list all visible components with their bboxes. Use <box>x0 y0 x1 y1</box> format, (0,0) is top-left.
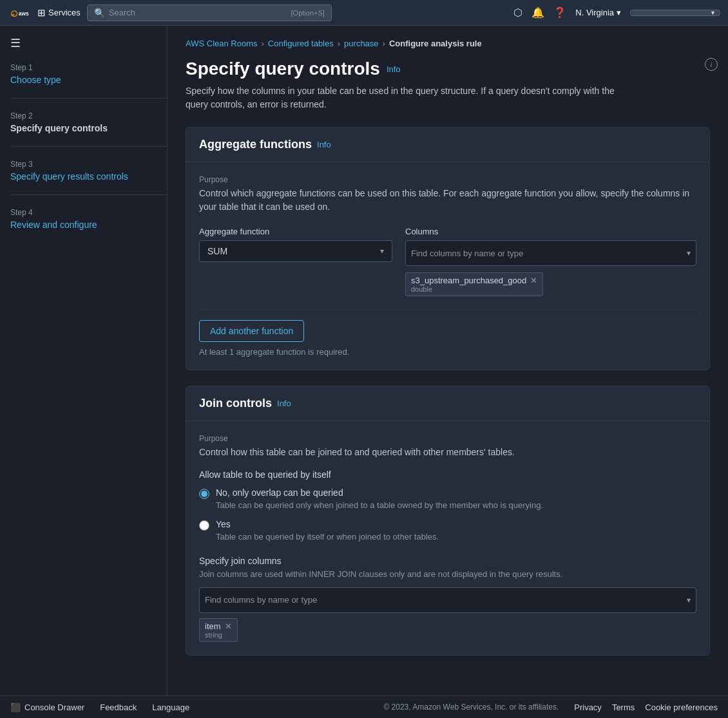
search-icon: 🔍 <box>94 8 105 18</box>
step-1-item: Step 1 Choose type <box>10 63 167 99</box>
join-chip-item-remove[interactable]: ✕ <box>225 621 232 631</box>
aggregate-functions-header: Aggregate functions Info <box>186 128 709 162</box>
search-bar[interactable]: 🔍 [Option+S] <box>87 5 332 21</box>
columns-input[interactable]: Find columns by name or type ▾ <box>405 240 696 266</box>
join-controls-title: Join controls <box>199 397 272 410</box>
footer-right-links: Privacy Terms Cookie preferences <box>574 703 718 712</box>
radio-no-label: No, only overlap can be queried <box>216 487 543 498</box>
breadcrumb-purchase[interactable]: purchase <box>344 39 378 48</box>
step-2-title: Specify query controls <box>10 123 108 133</box>
sidebar-toggle-icon[interactable]: ☰ <box>10 36 167 50</box>
allow-self-query-label: Allow table to be queried by itself <box>199 469 696 480</box>
search-input[interactable] <box>109 8 287 17</box>
radio-group: No, only overlap can be queried Table ca… <box>199 487 696 543</box>
step-4-label: Step 4 <box>10 208 167 217</box>
radio-yes-input[interactable] <box>199 520 209 531</box>
radio-yes-label: Yes <box>216 519 439 529</box>
cookie-link[interactable]: Cookie preferences <box>645 703 718 712</box>
join-cols-label: Specify join columns <box>199 556 696 566</box>
page-corner-info-icon[interactable]: i <box>705 58 718 71</box>
join-cols-placeholder: Find columns by name or type <box>205 595 682 605</box>
join-purpose-label: Purpose <box>199 434 696 443</box>
column-chip-s3-name: s3_upstream_purchased_good <box>411 276 526 285</box>
page-description: Specify how the columns in your table ca… <box>186 84 624 111</box>
breadcrumb-current: Configure analysis rule <box>389 39 482 48</box>
join-controls-body: Purpose Control how this table can be jo… <box>186 421 709 655</box>
breadcrumb-sep-1: › <box>262 39 264 48</box>
join-cols-desc: Join columns are used within INNER JOIN … <box>199 569 696 580</box>
aggregate-function-col: Aggregate function SUM ▾ <box>199 227 392 296</box>
language-link[interactable]: Language <box>152 703 189 712</box>
column-chip-s3-type: double <box>411 285 537 293</box>
aggregate-functions-title: Aggregate functions <box>199 138 312 151</box>
breadcrumb-configured-tables[interactable]: Configured tables <box>268 39 334 48</box>
page-title-row: Specify query controls Info <box>186 59 710 79</box>
radio-yes-desc: Table can be queried by itself or when j… <box>216 531 439 543</box>
breadcrumb-clean-rooms[interactable]: AWS Clean Rooms <box>186 39 258 48</box>
search-shortcut: [Option+S] <box>291 9 325 17</box>
main-content: AWS Clean Rooms › Configured tables › pu… <box>168 26 728 695</box>
terms-link[interactable]: Terms <box>612 703 635 712</box>
agg-function-dropdown[interactable]: SUM ▾ <box>199 240 392 262</box>
bell-icon[interactable]: 🔔 <box>532 6 544 19</box>
agg-divider <box>199 309 696 310</box>
agg-function-value: SUM <box>207 246 227 256</box>
page-layout: ☰ Step 1 Choose type Step 2 Specify quer… <box>0 26 728 695</box>
footer: ⬛ Console Drawer Feedback Language © 202… <box>0 695 728 718</box>
step-2-item: Step 2 Specify query controls <box>10 111 167 147</box>
columns-placeholder: Find columns by name or type <box>411 249 682 258</box>
join-chip-item-type: string <box>205 631 232 639</box>
radio-no-desc: Table can be queried only when joined to… <box>216 500 543 511</box>
agg-function-chevron: ▾ <box>380 247 384 256</box>
account-menu[interactable] <box>630 10 720 16</box>
agg-function-label: Aggregate function <box>199 227 392 236</box>
page-info-link[interactable]: Info <box>387 64 401 74</box>
sidebar: ☰ Step 1 Choose type Step 2 Specify quer… <box>0 26 168 695</box>
step-1-title[interactable]: Choose type <box>10 75 61 85</box>
radio-no-input[interactable] <box>199 489 209 499</box>
cloud-shell-icon[interactable]: ⬡ <box>513 6 522 19</box>
step-3-item: Step 3 Specify query results controls <box>10 160 167 195</box>
feedback-link[interactable]: Feedback <box>100 703 137 712</box>
step-4-item: Step 4 Review and configure <box>10 208 167 243</box>
join-purpose-text: Control how this table can be joined to … <box>199 446 696 459</box>
join-controls-card: Join controls Info Purpose Control how t… <box>186 386 710 656</box>
help-icon[interactable]: ❓ <box>553 6 566 19</box>
aggregate-purpose-text: Control which aggregate functions can be… <box>199 187 696 214</box>
aggregate-functions-body: Purpose Control which aggregate function… <box>186 162 709 370</box>
join-tag-container: item ✕ string <box>199 618 696 642</box>
nav-icons: ⬡ 🔔 ❓ N. Virginia ▾ <box>513 6 720 19</box>
required-note: At least 1 aggregate function is require… <box>199 347 696 357</box>
join-controls-header: Join controls Info <box>186 386 709 421</box>
join-cols-chevron: ▾ <box>687 596 691 605</box>
radio-item-yes: Yes Table can be queried by itself or wh… <box>199 519 696 543</box>
svg-text:aws: aws <box>19 10 29 17</box>
join-chip-item: item ✕ string <box>199 618 238 642</box>
step-1-label: Step 1 <box>10 63 167 72</box>
services-menu[interactable]: ⊞ Services <box>37 7 81 19</box>
region-selector[interactable]: N. Virginia ▾ <box>575 8 621 17</box>
top-navigation: aws ⊞ Services 🔍 [Option+S] ⬡ 🔔 ❓ N. Vir… <box>0 0 728 26</box>
join-controls-info[interactable]: Info <box>277 399 291 408</box>
breadcrumb: AWS Clean Rooms › Configured tables › pu… <box>186 39 710 48</box>
add-function-button[interactable]: Add another function <box>199 320 304 342</box>
copyright-text: © 2023, Amazon Web Services, Inc. or its… <box>383 703 559 712</box>
function-row: Aggregate function SUM ▾ Columns Find co… <box>199 227 696 296</box>
column-chip-s3-remove[interactable]: ✕ <box>530 276 537 285</box>
step-3-title[interactable]: Specify query results controls <box>10 171 128 182</box>
console-drawer-button[interactable]: ⬛ Console Drawer <box>10 703 84 712</box>
aws-logo[interactable]: aws <box>8 5 31 21</box>
join-chip-item-name: item <box>205 621 221 631</box>
step-3-label: Step 3 <box>10 160 167 169</box>
step-4-title[interactable]: Review and configure <box>10 220 97 230</box>
aggregate-purpose-label: Purpose <box>199 175 696 184</box>
breadcrumb-sep-3: › <box>383 39 385 48</box>
breadcrumb-sep-2: › <box>338 39 340 48</box>
page-title: Specify query controls <box>186 59 380 79</box>
privacy-link[interactable]: Privacy <box>574 703 602 712</box>
columns-col: Columns Find columns by name or type ▾ s… <box>405 227 696 296</box>
column-tag-container: s3_upstream_purchased_good ✕ double <box>405 272 696 296</box>
aggregate-functions-info[interactable]: Info <box>317 140 331 149</box>
aggregate-functions-card: Aggregate functions Info Purpose Control… <box>186 127 710 370</box>
join-cols-input[interactable]: Find columns by name or type ▾ <box>199 587 696 613</box>
